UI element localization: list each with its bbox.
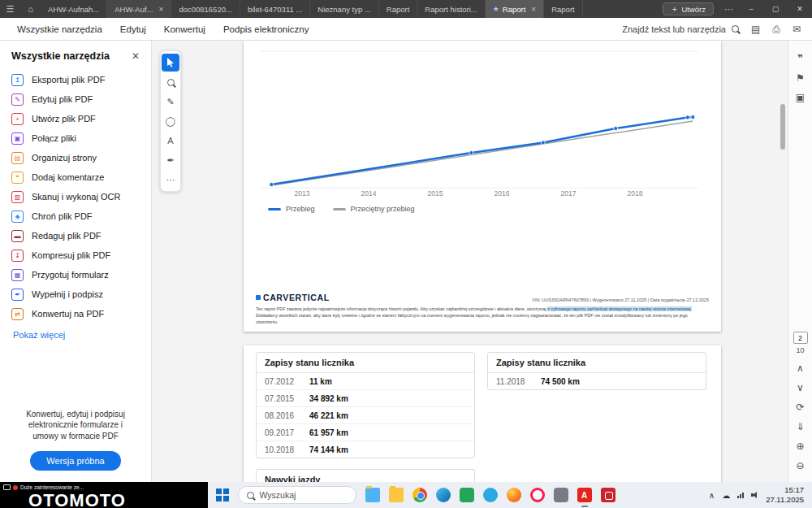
close-panel-icon[interactable]: ✕: [132, 50, 140, 62]
current-page-box[interactable]: 2: [793, 332, 808, 344]
acrobat-icon[interactable]: [577, 488, 592, 502]
draw-tool[interactable]: ✎: [162, 93, 179, 111]
record-value: 74 144 km: [309, 445, 348, 454]
document-tab[interactable]: Raport: [544, 0, 583, 18]
trial-promo-text: Konwertuj, edytuj i podpisuj elektronicz…: [0, 409, 151, 452]
network-icon[interactable]: [737, 493, 744, 498]
overflow-menu-icon[interactable]: ⋯: [719, 0, 739, 18]
tool-label: Kompresuj plik PDF: [32, 250, 110, 260]
odometer-table-left: Zapisy stanu licznika 07.201211 km 07.20…: [256, 352, 475, 458]
tool-edit-pdf[interactable]: ✎Edytuj plik PDF: [0, 89, 151, 109]
print-icon[interactable]: ⎙: [772, 24, 780, 35]
document-tab[interactable]: Nieznany typ ...: [310, 0, 378, 18]
prepare-form-icon: ▦: [11, 269, 24, 281]
tool-organize-pages[interactable]: ▤Organizuj strony: [0, 148, 151, 167]
opera-icon[interactable]: [530, 488, 545, 502]
pdf-page-2: Zapisy stanu licznika 07.201211 km 07.20…: [244, 345, 721, 482]
tool-prepare-form[interactable]: ▦Przygotuj formularz: [0, 265, 151, 284]
copy-pages-icon[interactable]: ▣: [792, 88, 810, 107]
star-icon[interactable]: ★: [493, 5, 499, 13]
document-tab[interactable]: AHW-Auf...×: [107, 0, 171, 18]
show-more-link[interactable]: Pokaż więcej: [0, 323, 151, 346]
firefox-icon[interactable]: [507, 488, 521, 502]
document-tab[interactable]: doc00816520...: [171, 0, 240, 18]
previous-page-icon[interactable]: ∧: [792, 358, 810, 378]
total-pages-label: 10: [796, 346, 804, 354]
tool-label: Przygotuj formularz: [32, 270, 109, 280]
document-tab-active[interactable]: ★Raport×: [486, 0, 544, 18]
taskbar-search[interactable]: Wyszukaj: [238, 486, 356, 504]
tool-add-comments[interactable]: ❝Dodaj komentarze: [0, 167, 151, 187]
tab-label: Raport histori...: [425, 5, 477, 14]
main-area: Wszystkie narzędzia ✕ ↥Eksportuj plik PD…: [0, 41, 812, 482]
menu-all-tools[interactable]: Wszystkie narzędzia: [8, 24, 111, 34]
find-tools-search[interactable]: Znajdź tekst lub narzędzia: [622, 24, 739, 34]
tool-compress-pdf[interactable]: ↧Kompresuj plik PDF: [0, 245, 151, 265]
email-icon[interactable]: ✉: [793, 24, 801, 35]
select-tool[interactable]: [162, 54, 179, 72]
minimize-button[interactable]: –: [739, 0, 763, 18]
record-value: 34 892 km: [309, 394, 348, 403]
edge-icon[interactable]: [436, 488, 451, 502]
close-tab-icon[interactable]: ×: [159, 5, 164, 14]
background-window: Duże zainteresowanie ze... OTOMOTO: [0, 482, 208, 508]
lasso-tool[interactable]: ◯: [162, 112, 179, 130]
zoom-tool[interactable]: [162, 73, 179, 91]
document-tab[interactable]: AHW-Aufnah...: [41, 0, 107, 18]
home-icon[interactable]: ⌂: [20, 0, 41, 18]
comments-icon[interactable]: ❞: [792, 49, 810, 68]
table-title: Zapisy stanu licznika: [488, 353, 706, 373]
messenger-icon[interactable]: [483, 488, 498, 502]
gray-app-icon[interactable]: [554, 488, 568, 502]
zoom-in-icon[interactable]: ⊕: [792, 436, 810, 456]
scrollbar-thumb[interactable]: [780, 104, 785, 150]
hamburger-menu-icon[interactable]: ☰: [0, 0, 20, 18]
tool-scan-ocr[interactable]: ▥Skanuj i wykonaj OCR: [0, 187, 151, 206]
x-axis-tick: 2016: [495, 189, 510, 198]
download-icon[interactable]: ⇓: [792, 417, 810, 436]
hidden-icons-chevron[interactable]: ∧: [709, 491, 715, 500]
start-button[interactable]: [216, 488, 229, 501]
scan-ocr-icon: ▥: [11, 191, 24, 203]
tool-protect-pdf[interactable]: ◈Chroń plik PDF: [0, 206, 151, 226]
tab-label: Raport: [387, 5, 410, 14]
tool-fill-sign[interactable]: ✒Wypełnij i podpisz: [0, 284, 151, 304]
tool-export-pdf[interactable]: ↥Eksportuj plik PDF: [0, 70, 151, 89]
document-tab[interactable]: Raport: [379, 0, 418, 18]
taskbar-clock[interactable]: 15:17 27.11.2025: [766, 485, 804, 505]
bookmark-icon[interactable]: ⚑: [792, 68, 810, 88]
next-page-icon[interactable]: ∨: [792, 378, 810, 397]
menu-convert[interactable]: Konwertuj: [155, 24, 214, 34]
document-tab[interactable]: Raport histori...: [417, 0, 485, 18]
page-view-icon[interactable]: ▤: [751, 24, 760, 35]
tool-redact-pdf[interactable]: ▬Redaguj plik PDF: [0, 226, 151, 245]
folder-icon[interactable]: [389, 488, 404, 502]
export-pdf-icon: ↥: [11, 74, 24, 86]
zoom-out-icon[interactable]: ⊖: [792, 456, 810, 475]
document-scrollbar[interactable]: [780, 41, 785, 482]
maximize-button[interactable]: ▢: [763, 0, 788, 18]
close-button[interactable]: ✕: [788, 0, 812, 18]
trial-button[interactable]: Wersja próbna: [30, 451, 120, 471]
adobe-app-icon[interactable]: [601, 488, 615, 502]
x-axis-tick: 2013: [295, 189, 310, 198]
create-button[interactable]: ＋Utwórz: [663, 2, 714, 15]
tool-combine-files[interactable]: ▣Połącz pliki: [0, 128, 151, 148]
otomoto-logo: OTOMOTO: [0, 492, 154, 508]
volume-icon[interactable]: [751, 492, 758, 498]
document-tab[interactable]: bilet-6470311 ...: [240, 0, 310, 18]
menu-esign[interactable]: Podpis elektroniczny: [214, 24, 317, 34]
cloud-icon[interactable]: ☁: [722, 491, 730, 500]
table-row: 09.201761 957 km: [257, 424, 474, 441]
chrome-icon[interactable]: [412, 488, 427, 502]
tool-convert-to-pdf[interactable]: ⇄Konwertuj na PDF: [0, 304, 151, 323]
green-app-icon[interactable]: [460, 488, 474, 502]
add-text-tool[interactable]: A: [162, 132, 179, 150]
more-tools[interactable]: ⋯: [162, 171, 179, 189]
tool-create-pdf[interactable]: +Utwórz plik PDF: [0, 109, 151, 128]
menu-edit[interactable]: Edytuj: [111, 24, 155, 34]
sign-tool[interactable]: ✒: [162, 151, 179, 169]
file-explorer-icon[interactable]: [365, 488, 380, 502]
refresh-icon[interactable]: ⟳: [792, 397, 810, 417]
close-tab-icon[interactable]: ×: [531, 5, 536, 14]
